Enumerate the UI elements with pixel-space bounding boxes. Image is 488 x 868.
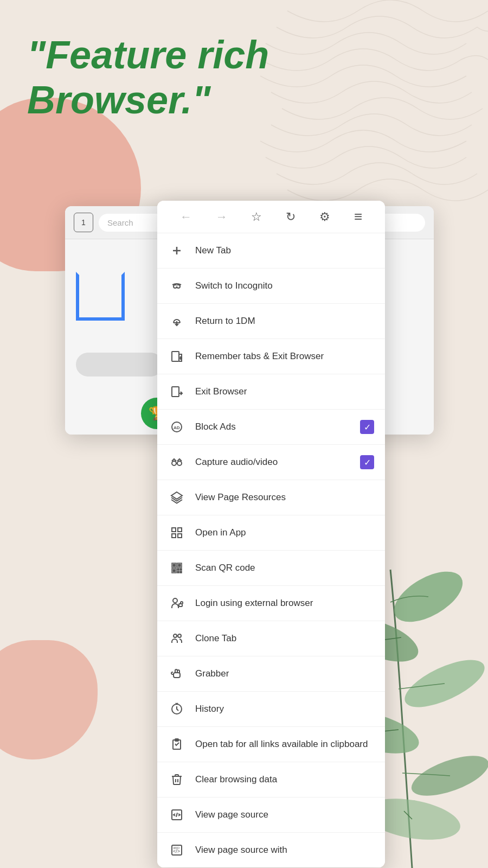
login-external-label: Login using external browser — [195, 597, 374, 609]
svg-point-35 — [173, 598, 177, 603]
menu-items-list: New TabSwitch to IncognitoReturn to 1DMR… — [157, 233, 385, 867]
refresh-button[interactable]: ↻ — [286, 210, 296, 224]
svg-rect-10 — [175, 285, 179, 286]
clone-tab-icon — [168, 630, 185, 647]
exit-browser-label: Exit Browser — [195, 386, 374, 398]
svg-point-18 — [172, 461, 176, 465]
svg-rect-21 — [172, 528, 176, 532]
forward-button[interactable]: → — [216, 210, 228, 224]
view-resources-icon — [168, 489, 185, 506]
new-tab-label: New Tab — [195, 245, 374, 257]
svg-rect-30 — [173, 570, 175, 572]
return-1dm-label: Return to 1DM — [195, 315, 374, 327]
svg-rect-36 — [179, 604, 182, 607]
open-in-app-icon — [168, 524, 185, 541]
open-clipboard-label: Open tab for all links available in clip… — [195, 738, 374, 750]
headline: "Feature rich Browser." — [27, 33, 461, 123]
menu-item-remember-tabs[interactable]: Remember tabs & Exit Browser — [157, 339, 385, 374]
menu-item-view-resources[interactable]: View Page Resources — [157, 480, 385, 515]
incognito-label: Switch to Incognito — [195, 280, 374, 292]
clone-tab-label: Clone Tab — [195, 633, 374, 644]
blob-decoration-bottom — [0, 640, 98, 760]
svg-rect-23 — [172, 534, 176, 538]
block-ads-label: Block Ads — [195, 421, 350, 433]
capture-av-label: Capture audio/video — [195, 456, 350, 468]
capture-av-checkbox[interactable]: ✓ — [360, 455, 374, 469]
view-source-icon — [168, 806, 185, 824]
grabber-label: Grabber — [195, 668, 374, 680]
svg-rect-33 — [177, 571, 179, 573]
menu-item-grabber[interactable]: Grabber — [157, 656, 385, 692]
menu-item-incognito[interactable]: Switch to Incognito — [157, 269, 385, 304]
menu-item-new-tab[interactable]: New Tab — [157, 233, 385, 269]
svg-line-44 — [176, 813, 177, 817]
clear-data-label: Clear browsing data — [195, 774, 374, 786]
svg-point-37 — [174, 634, 177, 637]
block-ads-icon: AD — [168, 418, 185, 436]
menu-item-view-source[interactable]: View page source — [157, 797, 385, 833]
menu-item-history[interactable]: History — [157, 692, 385, 727]
remember-tabs-label: Remember tabs & Exit Browser — [195, 350, 374, 362]
menu-item-clear-data[interactable]: Clear browsing data — [157, 762, 385, 797]
view-resources-label: View Page Resources — [195, 492, 374, 503]
history-icon — [168, 700, 185, 718]
svg-text:3RD: 3RD — [173, 846, 180, 850]
open-in-app-label: Open in App — [195, 527, 374, 539]
svg-rect-31 — [177, 569, 179, 570]
menu-item-open-in-app[interactable]: Open in App — [157, 515, 385, 551]
settings-button[interactable]: ⚙ — [319, 210, 330, 224]
history-label: History — [195, 703, 374, 715]
menu-item-exit-browser[interactable]: Exit Browser — [157, 374, 385, 410]
new-tab-icon — [168, 242, 185, 259]
dropdown-menu: ← → ☆ ↻ ⚙ ≡ New TabSwitch to IncognitoRe… — [157, 201, 385, 867]
dropdown-navbar: ← → ☆ ↻ ⚙ ≡ — [157, 201, 385, 233]
open-clipboard-icon — [168, 736, 185, 753]
login-external-icon — [168, 595, 185, 612]
svg-point-19 — [177, 461, 182, 465]
incognito-icon — [168, 277, 185, 295]
pill-element — [76, 353, 163, 376]
remember-tabs-icon — [168, 348, 185, 365]
svg-rect-34 — [180, 571, 182, 573]
grabber-icon — [168, 665, 185, 682]
block-ads-checkbox[interactable]: ✓ — [360, 420, 374, 434]
scan-qr-label: Scan QR code — [195, 562, 374, 574]
back-button[interactable]: ← — [180, 210, 192, 224]
capture-av-icon — [168, 454, 185, 471]
svg-rect-28 — [178, 564, 181, 566]
tab-indicator: 1 — [74, 213, 93, 232]
svg-rect-12 — [172, 352, 179, 361]
svg-rect-24 — [178, 534, 182, 538]
svg-rect-22 — [178, 528, 182, 532]
menu-item-scan-qr[interactable]: Scan QR code — [157, 551, 385, 586]
svg-rect-39 — [174, 673, 180, 678]
menu-item-view-source-with[interactable]: </>3RDView page source with — [157, 833, 385, 867]
svg-rect-26 — [173, 564, 175, 566]
view-source-with-label: View page source with — [195, 844, 374, 856]
loading-circle — [76, 272, 125, 321]
return-1dm-icon — [168, 312, 185, 330]
more-button[interactable]: ≡ — [354, 208, 362, 225]
svg-point-38 — [178, 634, 181, 637]
svg-rect-14 — [172, 387, 179, 397]
menu-item-open-clipboard[interactable]: Open tab for all links available in clip… — [157, 727, 385, 762]
menu-item-capture-av[interactable]: Capture audio/video✓ — [157, 445, 385, 480]
menu-item-clone-tab[interactable]: Clone Tab — [157, 621, 385, 656]
svg-text:AD: AD — [174, 425, 180, 430]
svg-rect-32 — [180, 569, 182, 570]
menu-item-return-1dm[interactable]: Return to 1DM — [157, 304, 385, 339]
exit-browser-icon — [168, 383, 185, 400]
scan-qr-icon — [168, 559, 185, 577]
menu-item-block-ads[interactable]: ADBlock Ads✓ — [157, 410, 385, 445]
bookmark-button[interactable]: ☆ — [251, 210, 262, 224]
main-content: "Feature rich Browser." — [0, 0, 488, 123]
menu-item-login-external[interactable]: Login using external browser — [157, 586, 385, 621]
clear-data-icon — [168, 771, 185, 788]
view-source-label: View page source — [195, 809, 374, 821]
view-source-with-icon: </>3RD — [168, 841, 185, 859]
